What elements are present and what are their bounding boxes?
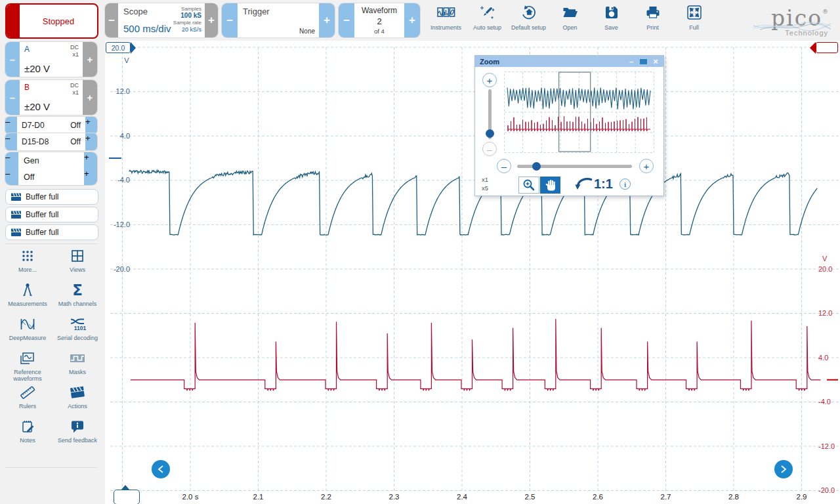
zoom-horizontal-out-button[interactable]: –	[497, 159, 511, 173]
sidebar-item-serial-decoding[interactable]: 1101 Serial decoding	[52, 314, 102, 348]
channel-b-increase-button[interactable]: +	[83, 80, 97, 115]
sidebar-item-reference-waveforms[interactable]: Reference waveforms	[3, 348, 52, 383]
buffer-status-2[interactable]: Buffer full	[5, 207, 98, 222]
channel-b-axis-marker[interactable]	[816, 42, 838, 53]
instruments-button[interactable]: Instruments	[425, 2, 467, 39]
zoom-x1-label[interactable]: x1	[482, 176, 488, 183]
horizontal-zoom-slider-thumb[interactable]	[532, 162, 541, 171]
channel-a-increase-button[interactable]: +	[83, 42, 97, 77]
actions-label: Actions	[68, 403, 87, 410]
pan-tool-button[interactable]	[540, 177, 560, 194]
buffer-status-1[interactable]: Buffer full	[5, 189, 98, 205]
channel-a-axis-marker[interactable]: 20.0	[106, 42, 131, 53]
waveform-nav-group: – Waveform 2 of 4 +	[339, 3, 420, 37]
vertical-zoom-slider-thumb[interactable]	[486, 129, 494, 138]
zoom-window[interactable]: Zoom – × + – – + x1 x5	[474, 55, 664, 196]
zoom-select-tool-button[interactable]	[518, 177, 539, 194]
sidebar-item-measurements[interactable]: Measurements	[3, 280, 52, 314]
timebase-increase-button[interactable]: +	[205, 3, 218, 37]
timebase-value: 500 ms/div	[123, 23, 171, 34]
print-button[interactable]: Print	[632, 2, 673, 39]
sidebar-item-rulers[interactable]: Rulers	[3, 383, 52, 417]
undo-arrow-icon	[575, 177, 593, 190]
measurements-label: Measurements	[8, 301, 47, 307]
d7-d0-increase-button[interactable]: +	[85, 117, 97, 134]
sidebar-item-notes[interactable]: Notes	[3, 417, 52, 451]
trigger-mode: None	[299, 28, 315, 35]
zoom-ratio-button[interactable]: 1:1	[594, 177, 613, 192]
zoom-overview-preview[interactable]	[504, 72, 654, 153]
channel-a-coupling: DC	[70, 44, 79, 51]
gen-increase-button[interactable]: +	[84, 152, 97, 169]
masks-label: Masks	[69, 369, 86, 375]
run-stop-button[interactable]: Stopped	[5, 3, 98, 39]
channel-a-settings[interactable]: A DC x1 ±20 V	[20, 42, 83, 77]
maximize-button[interactable]	[640, 59, 647, 64]
timebase-decrease-button[interactable]: –	[105, 3, 118, 37]
auto-setup-button[interactable]: Auto setup	[467, 2, 508, 39]
channel-a-decrease-button[interactable]: –	[5, 42, 20, 77]
d7-d0-decrease-button[interactable]: –	[5, 117, 17, 134]
buffer-icon	[10, 192, 22, 201]
full-screen-icon	[686, 2, 703, 23]
sidebar-item-math-channels[interactable]: Σ Math channels	[52, 280, 102, 314]
channel-a-trace	[129, 170, 818, 235]
svg-text:4.0: 4.0	[120, 132, 130, 140]
sidebar-item-masks[interactable]: Masks	[52, 348, 102, 383]
channel-a-range: ±20 V	[24, 63, 50, 74]
deepmeasure-label: DeepMeasure	[9, 335, 47, 341]
scope-panel[interactable]: Scope Samples 100 kS Sample rate 20 kS/s…	[118, 3, 205, 37]
save-button[interactable]: Save	[591, 2, 632, 39]
samples-label: Samples	[181, 6, 201, 12]
gen-state-increase-button[interactable]: +	[84, 169, 97, 185]
buffer-icon	[10, 228, 22, 237]
sidebar-item-views[interactable]: Views	[52, 246, 102, 280]
waveform-previous-button[interactable]: –	[339, 3, 354, 37]
full-screen-button[interactable]: Full	[673, 2, 715, 39]
zoom-vertical-in-button[interactable]: +	[482, 73, 497, 87]
preview-selection-rect[interactable]	[559, 72, 591, 152]
d15-d8-increase-button[interactable]: +	[85, 133, 97, 150]
gen-decrease-button[interactable]: –	[5, 152, 18, 169]
previous-buffer-button[interactable]	[152, 460, 170, 478]
zoom-vertical-out-button[interactable]: –	[482, 142, 497, 156]
svg-text:4.0: 4.0	[818, 354, 828, 362]
actions-icon	[69, 383, 86, 402]
scope-display-area[interactable]: V12.04.0-4.0-12.0-20.0V20.012.04.0-4.0-1…	[105, 41, 840, 504]
buffer-status-3[interactable]: Buffer full	[5, 224, 98, 240]
d15-d8-decrease-button[interactable]: –	[5, 133, 17, 150]
time-axis-labels: 2.0 s2.12.22.32.42.52.62.72.82.9	[182, 493, 807, 501]
default-setup-button[interactable]: Default setup	[508, 2, 549, 39]
masks-icon	[69, 348, 86, 368]
zoom-x5-label[interactable]: x5	[482, 184, 488, 192]
waveform-panel[interactable]: Waveform 2 of 4	[354, 3, 404, 37]
waveform-next-button[interactable]: +	[404, 3, 420, 37]
svg-text:-4.0: -4.0	[818, 398, 831, 406]
channel-a-panel: – A DC x1 ±20 V +	[5, 42, 97, 77]
gen-state-decrease-button[interactable]: –	[5, 169, 18, 185]
close-button[interactable]: ×	[650, 56, 661, 66]
sidebar-item-more[interactable]: More...	[3, 246, 52, 280]
minimize-button[interactable]: –	[626, 58, 637, 66]
sidebar-item-actions[interactable]: Actions	[52, 383, 102, 417]
zoom-window-titlebar[interactable]: Zoom – ×	[475, 56, 663, 67]
open-button[interactable]: Open	[549, 2, 591, 39]
waveform-title: Waveform	[354, 6, 404, 15]
undo-zoom-button[interactable]	[575, 177, 593, 190]
channel-b-axis-labels: V20.012.04.0-4.0-12.0-20.0	[818, 255, 835, 494]
channel-b-settings[interactable]: B DC x1 ±20 V	[20, 80, 83, 115]
scope-title: Scope	[123, 7, 148, 16]
channel-b-decrease-button[interactable]: –	[5, 80, 20, 115]
scope-settings-group: – Scope Samples 100 kS Sample rate 20 kS…	[105, 3, 218, 37]
timeline-handle[interactable]	[114, 490, 140, 504]
zoom-horizontal-in-button[interactable]: +	[639, 159, 654, 173]
default-setup-icon	[520, 2, 537, 23]
trigger-panel[interactable]: Trigger None	[238, 3, 319, 37]
info-icon[interactable]: i	[620, 178, 631, 190]
sidebar-tool-grid: More... Views Measuremen	[3, 246, 102, 451]
sidebar-item-send-feedback[interactable]: Send feedback	[52, 417, 102, 451]
trigger-decrease-button[interactable]: –	[222, 3, 238, 37]
sidebar-item-deepmeasure[interactable]: DeepMeasure	[3, 314, 52, 348]
trigger-increase-button[interactable]: +	[319, 3, 335, 37]
next-buffer-button[interactable]	[774, 460, 793, 478]
